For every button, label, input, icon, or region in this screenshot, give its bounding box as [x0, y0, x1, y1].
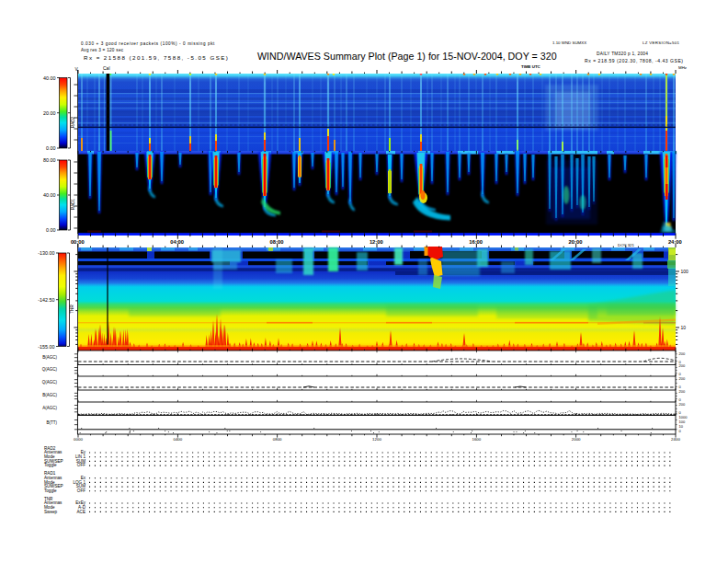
svg-text:A(AGC): A(AGC) — [42, 406, 57, 410]
svg-text:LZ VERSION=501: LZ VERSION=501 — [643, 40, 679, 45]
svg-text:12:00: 12:00 — [370, 239, 383, 245]
svg-text:200: 200 — [679, 363, 686, 368]
svg-text:2000: 2000 — [572, 437, 581, 442]
svg-text:DOY 321: DOY 321 — [618, 243, 635, 247]
svg-text:10: 10 — [681, 325, 687, 330]
svg-text:1600: 1600 — [472, 437, 481, 442]
svg-text:0.00: 0.00 — [46, 145, 56, 151]
svg-text:Q(AGC): Q(AGC) — [42, 367, 58, 372]
svg-text:0000: 0000 — [74, 437, 83, 442]
svg-text:100: 100 — [681, 269, 689, 274]
svg-text:-142.50: -142.50 — [38, 297, 54, 303]
svg-text:24:00: 24:00 — [668, 239, 682, 245]
svg-text:ACE: ACE — [77, 510, 85, 514]
svg-text:Sweep: Sweep — [44, 510, 57, 514]
svg-text:Rx = 218.59 (202.30, 7808, -: Rx = 218.59 (202.30, 7808, -4.43 GSE) — [585, 58, 684, 63]
svg-text:0.030 + 3 good receiver packet: 0.030 + 3 good receiver packets (100%) -… — [81, 41, 215, 46]
svg-text:200: 200 — [679, 389, 686, 394]
svg-text:04:00: 04:00 — [170, 239, 184, 245]
svg-text:Cal: Cal — [103, 65, 110, 71]
svg-text:200: 200 — [679, 402, 686, 407]
svg-text:2400: 2400 — [671, 437, 680, 442]
svg-text:40.00: 40.00 — [43, 192, 56, 198]
svg-text:DAILY TM320 p 1, 2004: DAILY TM320 p 1, 2004 — [597, 52, 648, 56]
svg-text:1.10 WND SUMXX: 1.10 WND SUMXX — [552, 40, 586, 45]
svg-text:Avg res 3 = 120 sec: Avg res 3 = 120 sec — [81, 48, 124, 52]
svg-text:200: 200 — [679, 351, 686, 356]
svg-text:0400: 0400 — [173, 437, 182, 442]
svg-text:00:00: 00:00 — [71, 239, 85, 245]
svg-text:20.00: 20.00 — [43, 110, 56, 116]
svg-text:MHz: MHz — [678, 65, 687, 70]
svg-text:Toggle: Toggle — [44, 463, 57, 467]
svg-text:1200: 1200 — [372, 437, 381, 442]
svg-text:200: 200 — [679, 376, 686, 381]
svg-text:08:00: 08:00 — [270, 239, 284, 245]
svg-text:0800: 0800 — [273, 437, 282, 442]
svg-text:RAD2: RAD2 — [71, 116, 75, 128]
svg-text:TIME UTC: TIME UTC — [521, 64, 541, 69]
svg-text:B(AGC): B(AGC) — [42, 393, 57, 397]
svg-text:Toggle: Toggle — [44, 488, 57, 493]
svg-text:20:00: 20:00 — [569, 239, 583, 245]
svg-text:B(AGC): B(AGC) — [42, 355, 57, 360]
svg-text:Rx = 21588 (201.59, 7588, -: Rx = 21588 (201.59, 7588, -5.05 GSE) — [84, 54, 229, 61]
svg-text:0.00: 0.00 — [46, 227, 56, 233]
svg-text:RAD1: RAD1 — [71, 198, 75, 210]
svg-text:16:00: 16:00 — [469, 239, 483, 245]
svg-text:OFF: OFF — [77, 488, 85, 493]
svg-text:WIND/WAVES Summary Plot (Page: WIND/WAVES Summary Plot (Page 1) for 15-… — [257, 51, 557, 62]
svg-text:TNR: TNR — [70, 304, 74, 314]
svg-text:Q(AGC): Q(AGC) — [42, 380, 58, 385]
svg-text:40.00: 40.00 — [43, 75, 56, 81]
svg-text:-130.00: -130.00 — [38, 250, 54, 256]
svg-text:OFF: OFF — [77, 463, 85, 467]
svg-text:B(TT): B(TT) — [47, 420, 58, 425]
svg-text:80.00: 80.00 — [43, 157, 56, 163]
svg-text:-155.00: -155.00 — [38, 344, 54, 350]
